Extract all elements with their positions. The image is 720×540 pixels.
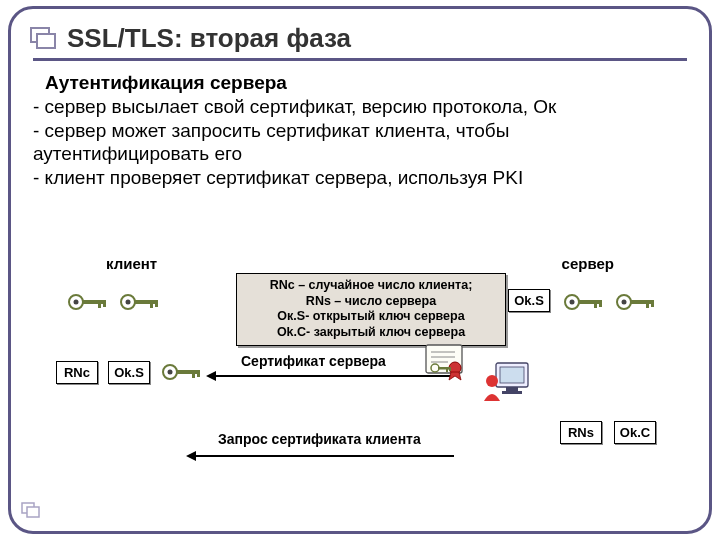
bullet-1: - сервер высылает свой сертификат, верси… [33, 95, 687, 119]
body-text: Аутентификация сервера - сервер высылает… [33, 71, 687, 190]
subtitle: Аутентификация сервера [45, 71, 687, 95]
legend-box: RNc – случайное число клиента; RNs – чис… [236, 273, 506, 346]
bullet-2: - сервер может запросить сертификат клие… [33, 119, 687, 167]
svg-rect-16 [651, 300, 654, 307]
arrow-cert-line [214, 375, 454, 377]
arrow-cert-head [206, 371, 216, 381]
svg-rect-6 [103, 300, 106, 307]
client-label: клиент [106, 255, 157, 272]
svg-point-18 [570, 300, 575, 305]
svg-rect-35 [449, 367, 451, 371]
legend-line-3: Ок.S- открытый ключ сервера [241, 309, 501, 325]
svg-rect-20 [594, 300, 597, 308]
key-icon [562, 291, 602, 309]
title-row: SSL/TLS: вторая фаза [33, 23, 687, 61]
diagram-area: клиент сервер RNc – случайное число клие… [46, 261, 674, 513]
svg-point-40 [486, 375, 498, 387]
svg-rect-39 [502, 391, 522, 394]
svg-rect-26 [197, 370, 200, 377]
svg-rect-11 [155, 300, 158, 307]
svg-rect-1 [37, 34, 55, 48]
arrow-req-line [194, 455, 454, 457]
key-icon [66, 291, 106, 309]
box-rns: RNs [560, 421, 602, 444]
title-bullet-icon [29, 24, 59, 54]
svg-rect-15 [646, 300, 649, 308]
key-icon [160, 361, 200, 379]
arrow-req-head [186, 451, 196, 461]
legend-line-4: Ok.C- закрытый ключ сервера [241, 325, 501, 341]
svg-rect-5 [98, 300, 101, 308]
svg-point-23 [168, 370, 173, 375]
box-rnc: RNc [56, 361, 98, 384]
certificate-icon [424, 343, 470, 387]
box-oks-left: Ok.S [108, 361, 150, 384]
slide-frame: SSL/TLS: вторая фаза Аутентификация серв… [8, 6, 712, 534]
svg-rect-25 [192, 370, 195, 378]
svg-rect-42 [27, 507, 39, 517]
svg-rect-38 [506, 387, 518, 391]
box-okc: Ok.C [614, 421, 656, 444]
svg-rect-34 [446, 367, 448, 372]
svg-point-3 [74, 300, 79, 305]
box-oks-right: Ok.S [508, 289, 550, 312]
svg-point-8 [126, 300, 131, 305]
legend-line-2: RNs – число сервера [241, 294, 501, 310]
svg-rect-21 [599, 300, 602, 307]
legend-line-1: RNc – случайное число клиента; [241, 278, 501, 294]
arrow-req-label: Запрос сертификата клиента [218, 431, 421, 447]
arrow-cert-label: Сертификат сервера [241, 353, 386, 369]
client-monitor-icon [482, 361, 532, 409]
svg-point-13 [622, 300, 627, 305]
server-label: сервер [562, 255, 614, 272]
bullet-3: - клиент проверяет сертификат сервера, и… [33, 166, 687, 190]
key-icon [118, 291, 158, 309]
svg-rect-37 [500, 367, 524, 383]
footer-bullet-icon [21, 501, 43, 523]
slide-title: SSL/TLS: вторая фаза [67, 23, 351, 54]
svg-rect-10 [150, 300, 153, 308]
svg-rect-33 [438, 367, 450, 370]
key-icon [614, 291, 654, 309]
